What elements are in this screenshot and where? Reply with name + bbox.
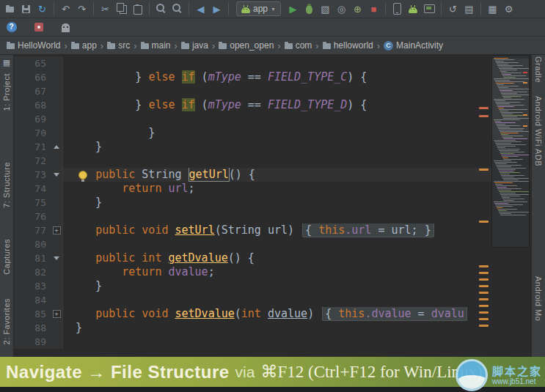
code-text[interactable] [63,56,531,70]
line-number[interactable]: 82 [14,265,51,279]
run-config-select[interactable]: app▼ [236,1,281,16]
line-number[interactable]: 67 [14,84,51,98]
gutter-fold-area[interactable]: + [51,223,63,237]
gradle-sync-icon[interactable]: ↺ [445,1,461,16]
gutter-fold-area[interactable] [51,251,63,265]
error-stripe-mark[interactable] [479,318,489,320]
toolwindow-tab-2-favorites[interactable]: 2: Favorites [2,298,11,344]
code-text[interactable] [63,335,531,349]
fold-marker-icon[interactable] [54,256,59,260]
fold-marker-icon[interactable]: + [53,226,61,234]
error-stripe-mark[interactable] [479,272,489,274]
line-number[interactable]: 70 [14,126,51,140]
gutter-fold-area[interactable] [51,265,63,279]
breadcrumb-item-mainactivity[interactable]: CMainActivity [381,40,445,51]
gutter-fold-area[interactable] [51,210,63,223]
toolwindow-tab-7-structure[interactable]: 7: Structure [2,162,11,208]
gutter-fold-area[interactable] [51,237,63,251]
line-number[interactable]: 88 [14,321,51,335]
code-text[interactable]: public void setDvalue(int dvalue) { this… [63,307,531,321]
sdk-manager-icon[interactable] [406,1,421,16]
code-text[interactable] [63,237,531,251]
line-number[interactable]: 68 [14,98,51,112]
toolwindow-tab-gradle[interactable]: Gradle [534,56,543,83]
undo-icon[interactable]: ↶ [58,1,73,16]
gutter-fold-area[interactable] [51,70,63,84]
profiler-icon[interactable]: ◎ [334,1,349,16]
avd-manager-icon[interactable] [389,1,405,16]
toolwindow-grid-icon[interactable]: ▦ [3,58,10,67]
gutter-fold-area[interactable] [51,98,63,112]
line-number[interactable]: 75 [14,196,51,210]
gutter-fold-area[interactable] [51,126,63,140]
line-number[interactable]: 89 [14,335,51,349]
code-text[interactable]: return url; [63,182,531,196]
code-text[interactable] [63,154,531,168]
line-number[interactable]: 83 [14,279,51,293]
gutter-fold-area[interactable] [51,154,63,168]
breadcrumb-item-src[interactable]: src [105,40,132,51]
toolwindow-tab-1-project[interactable]: 1: Project [2,73,11,111]
code-text[interactable]: public void setUrl(String url) { this.ur… [63,223,531,237]
code-text[interactable]: return dvalue; [63,265,531,279]
find-icon[interactable] [153,1,169,16]
gutter-fold-area[interactable]: + [51,307,63,321]
breadcrumb-item-com[interactable]: com [282,40,315,51]
line-number[interactable]: 77 [14,223,51,237]
error-stripe-mark[interactable] [479,265,489,267]
breadcrumb-item-helloworld[interactable]: HelloWorld [4,40,62,51]
error-stripe-mark[interactable] [479,298,489,300]
error-stripe-mark[interactable] [479,278,489,281]
gutter-fold-area[interactable] [51,56,63,70]
minimap[interactable] [491,55,530,248]
line-number[interactable]: 84 [14,293,51,307]
breadcrumb-item-java[interactable]: java [179,40,211,51]
line-number[interactable]: 76 [14,210,51,223]
redo-icon[interactable]: ↷ [74,1,89,16]
debug-icon[interactable] [301,1,317,16]
code-text[interactable]: } [63,321,531,335]
code-text[interactable] [63,84,531,98]
device-monitor-icon[interactable] [422,1,437,16]
code-text[interactable]: } [63,196,531,210]
code-text[interactable] [63,210,531,223]
code-text[interactable]: } [63,140,531,154]
back-icon[interactable]: ◀ [193,1,208,16]
line-number[interactable]: 66 [14,70,51,84]
line-number[interactable]: 71 [14,140,51,154]
cut-icon[interactable]: ✂ [98,1,113,16]
line-number[interactable]: 81 [14,251,51,265]
fold-marker-icon[interactable] [54,145,59,149]
error-stripe-mark[interactable] [479,292,489,294]
code-text[interactable]: } else if (mType == FIELD_TYPE_D) { [63,98,531,112]
gutter-fold-area[interactable] [51,112,63,126]
folded-code-region[interactable]: { this.url = url; } [302,223,434,237]
code-text[interactable]: public int getDvalue() { [63,251,531,265]
captures-icon[interactable] [58,20,73,34]
sync-icon[interactable]: ↻ [34,1,50,16]
breadcrumb-item-open-open[interactable]: open_open [216,40,276,51]
replace-icon[interactable] [169,1,185,16]
fold-marker-icon[interactable] [54,173,59,177]
error-stripe-mark[interactable] [479,325,489,327]
intention-bulb-icon[interactable] [78,171,87,180]
code-editor[interactable]: 6566 } else if (mType == FIELD_TYPE_C) {… [14,55,531,357]
breadcrumb-item-helloworld[interactable]: helloworld [321,40,376,51]
error-stripe-mark[interactable] [479,169,489,171]
gutter-fold-area[interactable] [51,321,63,335]
line-number[interactable]: 65 [14,56,51,70]
line-number[interactable]: 80 [14,237,51,251]
error-stripe-mark[interactable] [479,285,489,287]
attach-debugger-icon[interactable]: ⊕ [350,1,365,16]
help-icon[interactable]: ? [4,20,19,34]
line-number[interactable]: 73 [14,168,51,182]
run-button[interactable]: ▶ [285,1,301,16]
save-all-icon[interactable] [18,1,34,16]
error-stripe-mark[interactable] [479,107,489,109]
gutter-fold-area[interactable] [51,335,63,349]
gutter-fold-area[interactable] [51,84,63,98]
paste-icon[interactable] [130,1,145,16]
code-text[interactable]: } else if (mType == FIELD_TYPE_C) { [63,70,531,84]
line-number[interactable]: 72 [14,154,51,168]
error-stripe-mark[interactable] [479,305,489,307]
